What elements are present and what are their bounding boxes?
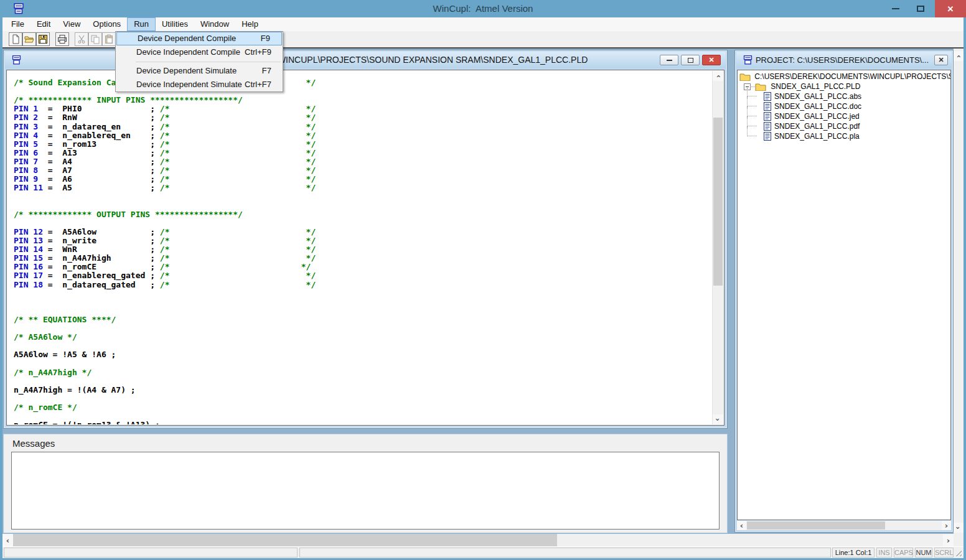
scrollbar-thumb[interactable]	[747, 521, 885, 530]
scrollbar-corner	[954, 534, 964, 546]
wincupl-window: WinCupl: Atmel Version ✕ FileEditViewOpt…	[0, 0, 966, 560]
menu-window[interactable]: Window	[194, 17, 235, 31]
status-scrl: SCRL	[934, 548, 954, 558]
menu-separator	[116, 59, 283, 64]
save-file-button[interactable]	[36, 32, 50, 46]
project-window-icon	[743, 55, 753, 65]
menu-item-device-dependent-simulate[interactable]: Device Dependent Simulate F7	[116, 64, 283, 78]
cut-button[interactable]	[75, 32, 88, 46]
shortcut-label: F9	[261, 32, 270, 45]
new-file-icon	[11, 34, 21, 44]
document-icon	[764, 92, 771, 101]
menu-bar: FileEditViewOptionsRunUtilitiesWindowHel…	[2, 17, 964, 31]
tree-root-item[interactable]: C:\USERS\DEREK\DOCUMENTS\WINCUPL\PROJECT…	[738, 72, 950, 82]
scrollbar-thumb[interactable]	[713, 118, 723, 286]
tree-file-label: SNDEX_GAL1_PLCC.pdf	[774, 121, 860, 131]
menu-edit[interactable]: Edit	[30, 17, 57, 31]
scroll-right-button[interactable]: ›	[943, 534, 954, 546]
tree-file-item[interactable]: SNDEX_GAL1_PLCC.jed	[738, 111, 950, 121]
menu-item-device-dependent-compile[interactable]: Device Dependent Compile F9	[116, 32, 282, 45]
editor-window: C:\USERS\DEREK\DOCUMENTS\WINCUPL\PROJECT…	[3, 50, 728, 429]
editor-minimize-button[interactable]	[660, 55, 678, 65]
paste-icon	[104, 34, 114, 44]
print-button[interactable]	[55, 32, 69, 46]
tree-connector	[747, 108, 757, 116]
menu-help[interactable]: Help	[235, 17, 265, 31]
project-horizontal-scrollbar[interactable]: ‹ ›	[737, 521, 951, 530]
copy-button[interactable]	[88, 32, 102, 46]
menu-view[interactable]: View	[57, 17, 87, 31]
copy-icon	[90, 34, 100, 44]
title-bar: WinCupl: Atmel Version ✕	[0, 0, 966, 17]
folder-icon	[739, 73, 751, 81]
restore-icon	[688, 58, 693, 63]
tree-file-label: SNDEX_GAL1_PLCC.jed	[774, 111, 860, 121]
scroll-left-button[interactable]: ‹	[2, 534, 13, 546]
scrollbar-thumb[interactable]	[13, 534, 557, 546]
paste-button[interactable]	[102, 32, 116, 46]
open-file-icon	[24, 34, 34, 44]
workspace-vertical-scrollbar[interactable]: › ›	[954, 49, 964, 534]
menu-item-device-independent-compile[interactable]: Device Independent Compile Ctrl+F9	[116, 45, 283, 59]
close-icon: ✕	[938, 56, 944, 64]
menu-item-device-independent-simulate[interactable]: Device Independent Simulate Ctrl+F7	[116, 78, 283, 91]
project-title-bar[interactable]: PROJECT: C:\USERS\DEREK\DOCUMENTS\... ✕	[736, 52, 952, 68]
shortcut-label: Ctrl+F7	[245, 78, 271, 91]
close-button[interactable]: ✕	[935, 0, 966, 17]
scroll-up-button[interactable]: ›	[954, 51, 964, 61]
tree-connector	[747, 128, 757, 136]
scroll-down-button[interactable]: ›	[713, 414, 723, 424]
new-file-button[interactable]	[9, 32, 22, 46]
chevron-down-icon: ›	[714, 418, 722, 421]
run-menu-dropdown: Device Dependent Compile F9 Device Indep…	[115, 31, 283, 92]
resize-grip[interactable]	[954, 548, 962, 556]
messages-label: Messages	[12, 438, 55, 449]
status-line-col: Line:1 Col:1	[832, 548, 875, 558]
scroll-right-button[interactable]: ›	[942, 521, 951, 530]
status-ins: INS	[876, 548, 892, 558]
maximize-icon	[917, 6, 924, 12]
status-caps: CAPS	[894, 548, 913, 558]
menu-options[interactable]: Options	[87, 17, 127, 31]
minimize-icon	[892, 8, 899, 9]
menu-run[interactable]: Run	[127, 17, 156, 31]
tree-file-item[interactable]: SNDEX_GAL1_PLCC.doc	[738, 101, 950, 111]
status-message-panel	[4, 548, 298, 558]
tree-file-item[interactable]: SNDEX_GAL1_PLCC.pla	[738, 131, 950, 141]
chevron-left-icon: ‹	[6, 536, 9, 544]
open-file-button[interactable]	[22, 32, 36, 46]
project-file-list: SNDEX_GAL1_PLCC.absSNDEX_GAL1_PLCC.docSN…	[738, 91, 950, 141]
scroll-down-button[interactable]: ›	[954, 523, 964, 533]
project-window: PROJECT: C:\USERS\DEREK\DOCUMENTS\... ✕ …	[734, 50, 954, 533]
maximize-button[interactable]	[910, 0, 931, 17]
minimize-button[interactable]	[885, 0, 906, 17]
messages-window: Messages	[3, 434, 728, 533]
code-area[interactable]: /* Sound Expansion Ca */ /* ************…	[7, 71, 712, 424]
tree-file-label: SNDEX_GAL1_PLCC.abs	[774, 91, 861, 101]
editor-close-button[interactable]: ✕	[702, 55, 721, 65]
status-num: NUM	[915, 548, 932, 558]
chevron-right-icon: ›	[945, 521, 948, 530]
tree-connector	[747, 118, 757, 126]
messages-output[interactable]	[11, 452, 720, 530]
tree-file-item[interactable]: SNDEX_GAL1_PLCC.pdf	[738, 121, 950, 131]
scroll-left-button[interactable]: ‹	[737, 521, 746, 530]
tree-file-item[interactable]: SNDEX_GAL1_PLCC.abs	[738, 91, 950, 101]
editor-restore-button[interactable]	[681, 55, 700, 65]
tree-node-item[interactable]: SNDEX_GAL1_PLCC.PLD	[738, 82, 950, 91]
print-icon	[57, 34, 67, 44]
mdi-workspace: C:\USERS\DEREK\DOCUMENTS\WINCUPL\PROJECT…	[2, 49, 964, 546]
editor-title-bar[interactable]: C:\USERS\DEREK\DOCUMENTS\WINCUPL\PROJECT…	[5, 52, 726, 68]
workspace-horizontal-scrollbar[interactable]: ‹ ›	[2, 534, 954, 546]
menu-file[interactable]: File	[5, 17, 30, 31]
menu-utilities[interactable]: Utilities	[156, 17, 194, 31]
scroll-up-button[interactable]: ›	[713, 71, 723, 81]
close-icon: ✕	[708, 56, 714, 64]
save-file-icon	[38, 34, 48, 44]
editor-vertical-scrollbar[interactable]: › ›	[712, 71, 723, 424]
project-close-button[interactable]: ✕	[934, 55, 948, 65]
cut-icon	[77, 34, 87, 44]
close-icon: ✕	[947, 4, 954, 14]
tree-connector	[751, 86, 755, 87]
project-tree-panel: C:\USERS\DEREK\DOCUMENTS\WINCUPL\PROJECT…	[737, 70, 951, 520]
